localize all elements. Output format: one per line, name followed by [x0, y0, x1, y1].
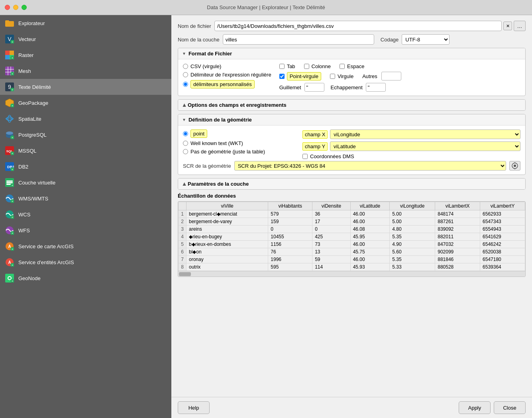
options-chevron-icon: ▶ [182, 104, 186, 107]
data-table: viVille viHabitants viDensite viLatitude… [178, 202, 525, 271]
point-radio[interactable] [183, 131, 188, 136]
table-cell: 73 [312, 241, 351, 248]
sidebar-label-wms-wmts: WMS/WMTS [18, 196, 48, 202]
table-cell: 36 [312, 210, 351, 218]
svg-text:+: + [12, 136, 14, 139]
table-cell: 5.33 [390, 263, 435, 271]
svg-text:+: + [12, 168, 14, 171]
close-window-button[interactable] [5, 5, 10, 10]
autres-input[interactable] [381, 72, 401, 80]
regex-radio[interactable] [183, 72, 188, 77]
table-row: 4◆rieu-en-bugey1045542545.955.3588201165… [179, 233, 525, 241]
row-number: 8 [179, 263, 186, 271]
coordonnees-dms-checkbox[interactable] [302, 154, 308, 159]
sidebar-item-db2[interactable]: DB2 + DB2 [0, 159, 171, 175]
row-number: 1 [179, 210, 186, 218]
svg-text:+: + [12, 72, 14, 75]
horizontal-scrollbar[interactable] [178, 271, 525, 277]
db2-icon: DB2 + [5, 162, 14, 171]
sidebar-item-mssql[interactable]: SQL + MSSQL [0, 143, 171, 159]
table-cell: 880528 [435, 263, 480, 271]
sidebar-item-spatialite[interactable]: SpatiaLite [0, 111, 171, 127]
spatialite-icon [5, 114, 14, 124]
colonne-checkbox[interactable] [304, 64, 309, 69]
table-cell: 6562933 [480, 210, 525, 218]
table-cell: 46.00 [350, 241, 390, 248]
svg-point-71 [514, 165, 516, 167]
sidebar-item-geopackage[interactable]: + GeoPackage [0, 95, 171, 111]
close-button[interactable]: Close [494, 401, 526, 414]
params-header[interactable]: ▶ Paramètres de la couche [178, 179, 525, 189]
table-cell: 4.80 [390, 226, 435, 233]
sidebar-item-wms-wmts[interactable]: + WMS/WMTS [0, 190, 171, 206]
echappement-input[interactable] [366, 83, 386, 92]
format-right-col: Tab Colonne Espace [279, 63, 401, 92]
scr-select[interactable]: SCR du Projet: EPSG:4326 - WGS 84 [234, 161, 506, 171]
sidebar-item-couche-virtuelle[interactable]: + Couche virtuelle [0, 175, 171, 190]
params-title: Paramètres de la couche [188, 181, 249, 187]
table-cell: 5.35 [390, 233, 435, 241]
sidebar-item-arcgis-map[interactable]: A + Service de carte ArcGIS [0, 238, 171, 254]
file-browse-button[interactable]: … [514, 21, 526, 31]
delimiter-row-2: Point-virgule Virgule Autres [279, 72, 401, 80]
csv-radio[interactable] [183, 64, 188, 69]
texte-delimite-icon: 9 + [5, 82, 14, 92]
geometry-header[interactable]: ▼ Définition de la géométrie [178, 114, 525, 126]
no-geom-radio[interactable] [183, 149, 188, 154]
options-champs-panel: ▶ Options des champs et enregistrements [178, 99, 526, 111]
file-name-input[interactable] [214, 21, 502, 31]
sidebar-item-geonode[interactable]: + GeoNode [0, 270, 171, 286]
point-label: point [190, 130, 207, 138]
options-champs-title: Options des champs et enregistrements [188, 102, 287, 108]
options-champs-header[interactable]: ▶ Options des champs et enregistrements [178, 100, 525, 110]
table-cell: 0 [268, 226, 312, 233]
table-cell: 6520038 [480, 248, 525, 256]
help-button[interactable]: Help [178, 401, 210, 414]
sidebar-item-vecteur[interactable]: V + Vecteur [0, 31, 171, 47]
virgule-checkbox[interactable] [330, 74, 335, 79]
apply-button[interactable]: Apply [459, 401, 491, 414]
params-chevron-icon: ▶ [182, 183, 186, 186]
sidebar-label-db2: DB2 [18, 164, 28, 170]
scr-settings-button[interactable] [509, 161, 520, 171]
tab-checkbox[interactable] [279, 64, 285, 69]
champ-x-select[interactable]: viLongitude viLatitude viLambertX viLamb… [330, 130, 520, 139]
table-cell: 46.00 [350, 218, 390, 226]
maximize-window-button[interactable] [22, 5, 27, 10]
sidebar-item-arcgis-features[interactable]: A + Service d'entités ArcGIS [0, 254, 171, 270]
sidebar-item-wcs[interactable]: + WCS [0, 206, 171, 222]
titlebar: Data Source Manager | Explorateur | Text… [0, 0, 532, 15]
point-virgule-check-row: Point-virgule [279, 72, 321, 80]
table-cell: 425 [312, 233, 351, 241]
sidebar-item-postgresql[interactable]: + PostgreSQL [0, 127, 171, 143]
coordonnees-dms-label: Coordonnées DMS [310, 153, 354, 159]
sidebar-item-texte-delimite[interactable]: 9 + Texte Délimité [0, 79, 171, 95]
svg-text:+: + [12, 279, 14, 283]
guillemet-input[interactable] [304, 83, 324, 92]
table-cell: 882011 [435, 233, 480, 241]
table-row: 8outrix59511445.935.338805286539364 [179, 263, 525, 271]
wkt-radio[interactable] [183, 141, 188, 146]
sidebar-item-raster[interactable]: + Raster [0, 47, 171, 63]
format-fichier-header[interactable]: ▼ Format de Fichier [178, 48, 525, 59]
wkt-label: Well known text (WKT) [190, 140, 243, 146]
sidebar-item-explorateur[interactable]: Explorateur [0, 15, 171, 31]
point-virgule-checkbox[interactable] [279, 74, 285, 79]
file-clear-button[interactable]: ✕ [503, 22, 512, 30]
mesh-icon: + [5, 66, 14, 76]
espace-checkbox[interactable] [340, 64, 345, 69]
svg-text:+: + [12, 152, 14, 155]
svg-text:A: A [8, 244, 11, 249]
champ-y-select[interactable]: viLatitude viLongitude viLambertX viLamb… [330, 141, 520, 151]
sidebar-item-wfs[interactable]: + WFS [0, 222, 171, 238]
coding-select[interactable]: UTF-8 ISO-8859-1 Windows-1252 [402, 34, 450, 45]
table-cell: 579 [268, 210, 312, 218]
layer-name-input[interactable] [223, 34, 374, 45]
minimize-window-button[interactable] [13, 5, 18, 10]
sidebar-label-geonode: GeoNode [18, 275, 41, 281]
col-header-0 [179, 202, 186, 210]
svg-text:+: + [12, 40, 14, 43]
row-number: 3 [179, 226, 186, 233]
custom-radio[interactable] [183, 82, 188, 87]
sidebar-item-mesh[interactable]: + Mesh [0, 63, 171, 79]
